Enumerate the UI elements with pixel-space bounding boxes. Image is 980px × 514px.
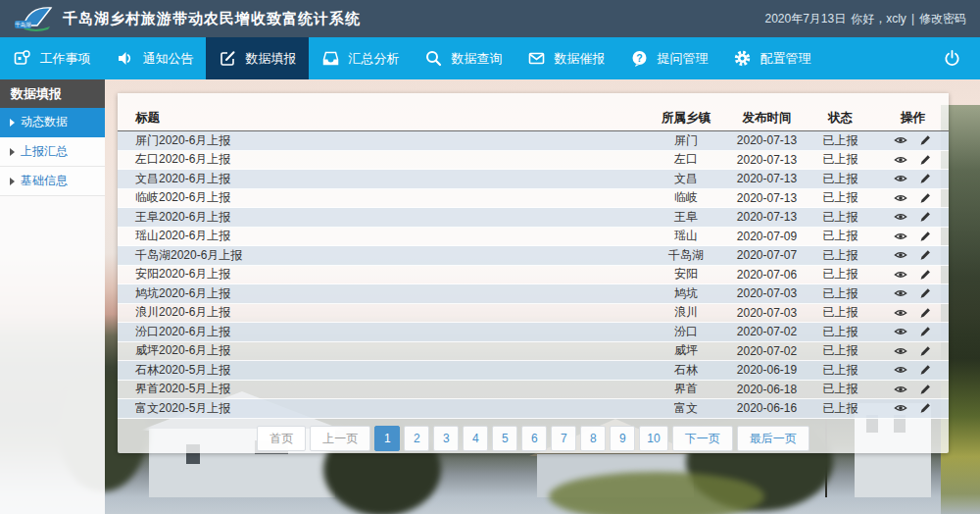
row-date: 2020-07-13 xyxy=(730,191,804,205)
sidebar-item-basic-info[interactable]: 基础信息 xyxy=(0,167,105,196)
pagination-page-button[interactable]: 7 xyxy=(551,426,576,451)
pagination-page-button[interactable]: 4 xyxy=(463,426,488,451)
sidebar-item-dynamic-data[interactable]: 动态数据 xyxy=(0,108,105,137)
column-header-actions: 操作 xyxy=(877,110,949,127)
nav-item-summary-analysis[interactable]: 汇总分析 xyxy=(309,37,412,79)
row-date: 2020-07-13 xyxy=(730,133,804,147)
table-row: 浪川2020-6月上报 浪川 2020-07-03 已上报 xyxy=(118,304,949,324)
row-status: 已上报 xyxy=(804,189,877,206)
row-status: 已上报 xyxy=(804,400,877,417)
row-title: 临岐2020-6月上报 xyxy=(118,189,642,206)
view-button[interactable] xyxy=(894,191,907,205)
row-status: 已上报 xyxy=(804,285,877,302)
nav-label: 提问管理 xyxy=(658,50,709,68)
mail-icon xyxy=(527,49,546,68)
table-row: 石林2020-5月上报 石林 2020-06-19 已上报 xyxy=(118,361,949,381)
row-actions xyxy=(877,383,949,396)
row-town: 左口 xyxy=(642,151,730,168)
view-button[interactable] xyxy=(894,383,907,396)
nav-item-data-entry[interactable]: 数据填报 xyxy=(206,37,309,79)
edit-button[interactable] xyxy=(918,268,932,282)
row-date: 2020-07-13 xyxy=(730,172,804,185)
table-row: 临岐2020-6月上报 临岐 2020-07-13 已上报 xyxy=(118,189,949,209)
view-button[interactable] xyxy=(894,210,907,224)
pencil-icon xyxy=(918,172,932,185)
row-town: 王阜 xyxy=(642,209,730,226)
edit-button[interactable] xyxy=(918,133,932,147)
row-date: 2020-07-02 xyxy=(730,344,804,358)
row-date: 2020-06-18 xyxy=(730,383,804,396)
edit-button[interactable] xyxy=(918,210,932,224)
data-table-panel: 标题 所属乡镇 发布时间 状态 操作 屏门2020-6月上报 屏门 2020-0… xyxy=(118,93,949,453)
inbox-icon xyxy=(321,49,340,68)
view-button[interactable] xyxy=(894,153,907,167)
eye-icon xyxy=(894,133,907,147)
row-title: 汾口2020-6月上报 xyxy=(118,324,642,340)
edit-button[interactable] xyxy=(918,153,932,167)
edit-button[interactable] xyxy=(918,191,932,205)
edit-button[interactable] xyxy=(918,306,932,320)
row-date: 2020-07-07 xyxy=(730,248,804,262)
row-actions xyxy=(877,306,949,320)
view-button[interactable] xyxy=(894,172,907,185)
pagination-page-button[interactable]: 9 xyxy=(610,426,635,451)
pagination-first[interactable]: 首页 xyxy=(257,426,306,451)
pencil-icon xyxy=(918,325,932,338)
change-password-link[interactable]: 修改密码 xyxy=(919,11,966,27)
view-button[interactable] xyxy=(894,325,907,338)
edit-button[interactable] xyxy=(918,401,932,415)
table-row: 鸠坑2020-6月上报 鸠坑 2020-07-03 已上报 xyxy=(118,284,949,304)
view-button[interactable] xyxy=(894,230,907,243)
pagination-page-button[interactable]: 2 xyxy=(404,426,429,451)
pagination-page-button[interactable]: 10 xyxy=(639,426,667,451)
speaker-icon xyxy=(116,49,134,68)
edit-button[interactable] xyxy=(918,248,932,262)
row-title: 威坪2020-6月上报 xyxy=(118,342,642,359)
nav-item-notices[interactable]: 通知公告 xyxy=(103,37,206,79)
pagination-page-button[interactable]: 3 xyxy=(433,426,459,451)
view-button[interactable] xyxy=(894,268,907,282)
row-date: 2020-06-16 xyxy=(730,401,804,415)
pagination-page-button[interactable]: 6 xyxy=(521,426,547,451)
table-row: 界首2020-5月上报 界首 2020-06-18 已上报 xyxy=(118,381,949,400)
nav-label: 配置管理 xyxy=(760,50,811,68)
eye-icon xyxy=(894,363,907,377)
view-button[interactable] xyxy=(894,248,907,262)
pagination-page-button[interactable]: 1 xyxy=(374,426,400,451)
gear-icon xyxy=(733,49,752,68)
edit-button[interactable] xyxy=(918,286,932,300)
view-button[interactable] xyxy=(894,286,907,300)
view-button[interactable] xyxy=(894,306,907,320)
pencil-icon xyxy=(918,230,932,243)
row-title: 文昌2020-6月上报 xyxy=(118,171,642,187)
nav-item-data-reminder[interactable]: 数据催报 xyxy=(514,37,617,79)
logout-button[interactable] xyxy=(923,37,980,79)
pagination-last[interactable]: 最后一页 xyxy=(737,426,809,451)
view-button[interactable] xyxy=(894,133,907,147)
sidebar-item-report-summary[interactable]: 上报汇总 xyxy=(0,137,105,167)
edit-button[interactable] xyxy=(918,230,932,243)
nav-item-config-management[interactable]: 配置管理 xyxy=(720,37,823,79)
row-actions xyxy=(877,248,949,262)
edit-button[interactable] xyxy=(918,383,932,396)
nav-item-work-items[interactable]: 工作事项 xyxy=(0,37,103,79)
row-status: 已上报 xyxy=(804,266,877,283)
nav-item-data-query[interactable]: 数据查询 xyxy=(412,37,514,79)
row-actions xyxy=(877,133,949,147)
pagination-next[interactable]: 下一页 xyxy=(672,426,733,451)
svg-text:?: ? xyxy=(636,52,642,64)
nav-item-question-management[interactable]: ? 提问管理 xyxy=(617,37,720,79)
pagination-page-button[interactable]: 5 xyxy=(492,426,517,451)
view-button[interactable] xyxy=(894,344,907,358)
edit-button[interactable] xyxy=(918,363,932,377)
edit-button[interactable] xyxy=(918,325,932,338)
edit-button[interactable] xyxy=(918,172,932,185)
main-nav: 工作事项 通知公告 数据填报 汇总分析 数据查询 xyxy=(0,37,980,79)
pagination-page-button[interactable]: 8 xyxy=(580,426,606,451)
top-bar: 千岛湖 千岛湖乡村旅游带动农民增收致富统计系统 2020年7月13日 你好，xc… xyxy=(0,0,980,37)
edit-button[interactable] xyxy=(918,344,932,358)
view-button[interactable] xyxy=(894,401,907,415)
eye-icon xyxy=(894,268,907,282)
pagination-prev[interactable]: 上一页 xyxy=(310,426,370,451)
view-button[interactable] xyxy=(894,363,907,377)
